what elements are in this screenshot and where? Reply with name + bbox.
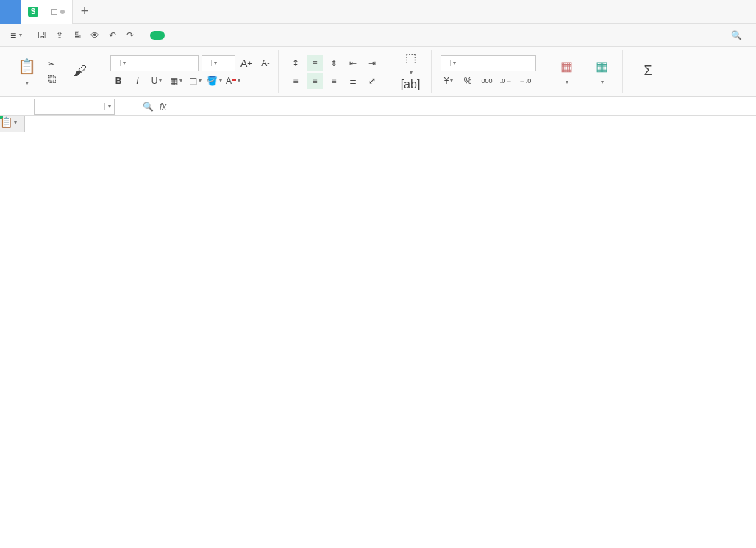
decrease-decimal-button[interactable]: ←.0	[517, 73, 533, 89]
wrap-text-button[interactable]: [ab]	[394, 78, 427, 93]
ribbon-tab-start[interactable]	[150, 31, 165, 40]
fx-icon[interactable]: fx	[160, 102, 166, 112]
formula-input[interactable]	[172, 99, 756, 115]
caret-down-icon: ▾	[199, 77, 202, 84]
copy-button[interactable]: ⿻	[46, 73, 61, 86]
sigma-icon: Σ	[643, 63, 652, 79]
table-style-button[interactable]: ▦ ▾	[585, 58, 618, 86]
align-right-button[interactable]: ≡	[326, 73, 342, 89]
ribbon-tab-insert[interactable]	[166, 31, 181, 40]
align-top-button[interactable]: ⇞	[288, 55, 304, 71]
decrease-indent-button[interactable]: ⇤	[345, 55, 361, 71]
spreadsheet-grid[interactable]: 📋▾	[0, 116, 756, 528]
search-button[interactable]: 🔍	[725, 27, 750, 43]
caret-down-icon: ▾	[566, 79, 568, 85]
caret-down-icon: ▾	[450, 77, 453, 84]
ribbon-tab-strip	[150, 31, 327, 40]
dot-icon	[60, 10, 65, 14]
justify-button[interactable]: ≣	[345, 73, 361, 89]
ribbon: 📋 ▾ ✂ ⿻ 🖌 ▾ ▾ A+ A- B I U▾ ▦▾ ◫▾ 🪣	[0, 47, 756, 97]
group-clipboard: 📋 ▾ ✂ ⿻ 🖌	[6, 50, 101, 93]
ribbon-tab-data[interactable]	[215, 31, 229, 40]
number-format-select[interactable]: ▾	[441, 55, 536, 71]
group-merge: ⬚ ▾ [ab]	[390, 50, 432, 93]
group-number: ▾ ¥▾ % 000 .0→ ←.0	[436, 50, 541, 93]
thousands-button[interactable]: 000	[479, 73, 495, 89]
caret-down-icon: ▾	[26, 79, 29, 86]
merge-icon: ⬚	[405, 51, 416, 65]
currency-button[interactable]: ¥▾	[441, 73, 457, 89]
zoom-icon[interactable]: 🔍	[143, 102, 154, 112]
ribbon-tab-formula[interactable]	[199, 31, 213, 40]
caret-down-icon: ▾	[219, 77, 222, 84]
menu-bar: ≡ ▾ 🖫 ⇪ 🖶 👁 ↶ ↷ 🔍	[0, 24, 756, 47]
undo-icon[interactable]: ↶	[106, 30, 119, 40]
sum-button[interactable]: Σ	[632, 63, 664, 80]
underline-button[interactable]: U▾	[149, 73, 165, 89]
paste-button[interactable]: 📋 ▾	[10, 57, 43, 87]
increase-decimal-button[interactable]: .0→	[498, 73, 514, 89]
caret-down-icon: ▾	[104, 103, 114, 110]
caret-down-icon: ▾	[14, 119, 17, 126]
ribbon-tab-view[interactable]	[247, 31, 262, 40]
share-icon[interactable]: ⇪	[53, 30, 66, 40]
increase-indent-button[interactable]: ⇥	[364, 55, 380, 71]
name-box[interactable]: ▾	[34, 99, 115, 115]
percent-button[interactable]: %	[460, 73, 476, 89]
ribbon-tab-resources[interactable]	[296, 31, 310, 40]
align-center-button[interactable]: ≡	[307, 73, 323, 89]
wrap-icon: [ab]	[401, 78, 421, 91]
borders-button[interactable]: ▦▾	[168, 73, 184, 89]
orientation-button[interactable]: ⤢	[364, 73, 380, 89]
ribbon-tab-review[interactable]	[231, 31, 246, 40]
print-icon[interactable]: 🖶	[71, 30, 84, 40]
caret-down-icon: ▾	[211, 60, 219, 66]
font-color-button[interactable]: A▾	[225, 73, 241, 89]
tab-workbook[interactable]: S	[21, 0, 73, 24]
scissors-icon: ✂	[48, 59, 55, 69]
window-indicator-icon	[51, 9, 57, 15]
fill-color-button[interactable]: 🪣▾	[206, 73, 222, 89]
formula-bar-row: ▾ 🔍 fx	[0, 97, 756, 116]
caret-down-icon: ▾	[450, 60, 458, 66]
italic-button[interactable]: I	[129, 73, 146, 89]
group-alignment: ⇞ ≡ ⇟ ⇤ ⇥ ≡ ≡ ≡ ≣ ⤢	[283, 50, 385, 93]
print-preview-icon[interactable]: 👁	[88, 30, 101, 40]
clipboard-icon: 📋	[0, 116, 13, 128]
caret-down-icon: ▾	[601, 79, 604, 85]
ribbon-tab-pagelayout[interactable]	[182, 31, 197, 40]
title-bar: S +	[0, 0, 756, 24]
ribbon-tab-tools[interactable]	[312, 31, 327, 40]
tab-indicators	[51, 9, 65, 15]
save-icon[interactable]: 🖫	[35, 30, 49, 40]
brush-icon: 🖌	[74, 63, 87, 79]
search-icon: 🔍	[731, 30, 742, 40]
font-color-swatch	[232, 79, 236, 81]
paste-options-button[interactable]: 📋▾	[0, 116, 17, 128]
align-bottom-button[interactable]: ⇟	[326, 55, 342, 71]
bold-button[interactable]: B	[110, 73, 126, 89]
file-menu[interactable]: ≡ ▾	[6, 26, 26, 44]
font-name-select[interactable]: ▾	[110, 55, 199, 71]
increase-font-button[interactable]: A+	[238, 55, 254, 71]
caret-down-icon: ▾	[410, 69, 413, 76]
clipboard-icon: 📋	[18, 57, 36, 75]
merge-center-button[interactable]: ⬚ ▾	[394, 51, 427, 76]
ribbon-tab-developer[interactable]	[263, 31, 278, 40]
spreadsheet-icon: S	[28, 7, 38, 17]
cell-style-button[interactable]: ◫▾	[187, 73, 203, 89]
ribbon-tab-features[interactable]	[279, 31, 294, 40]
decrease-font-button[interactable]: A-	[257, 55, 274, 71]
group-styles: ▦ ▾ ▦ ▾	[546, 50, 623, 93]
new-tab-button[interactable]: +	[73, 4, 96, 19]
conditional-format-button[interactable]: ▦ ▾	[550, 58, 582, 86]
cut-button[interactable]: ✂	[46, 57, 61, 71]
redo-icon[interactable]: ↷	[124, 30, 137, 40]
font-size-select[interactable]: ▾	[202, 55, 235, 71]
group-editing: Σ	[627, 50, 668, 93]
tab-home[interactable]	[0, 0, 21, 24]
cond-fmt-icon: ▦	[560, 58, 573, 74]
format-painter-button[interactable]: 🖌	[64, 63, 96, 80]
align-left-button[interactable]: ≡	[288, 73, 304, 89]
align-middle-button[interactable]: ≡	[307, 55, 323, 71]
